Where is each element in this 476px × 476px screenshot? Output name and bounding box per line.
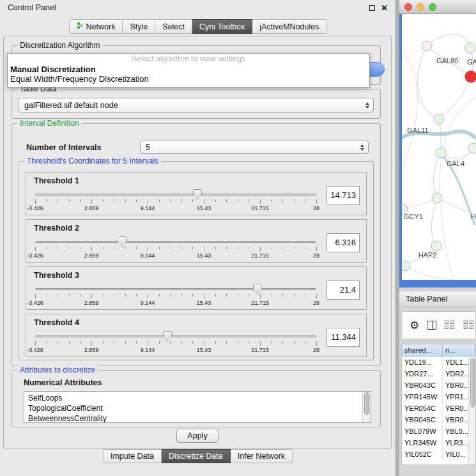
panel-title: Control Panel: [8, 3, 369, 12]
network-edge[interactable]: [405, 266, 463, 280]
table-column-header[interactable]: n...: [443, 344, 475, 356]
table-data-combo[interactable]: galFiltered.sif default node: [19, 98, 374, 112]
slider-thumb[interactable]: [163, 331, 172, 342]
network-edge[interactable]: [431, 198, 437, 246]
float-window-icon[interactable]: [369, 5, 375, 11]
slider-tick: [80, 199, 81, 202]
threshold-panel: Threshold 1-3.4262.8599.14415.4321.71528…: [26, 172, 367, 215]
close-traffic-light-icon[interactable]: [404, 3, 412, 11]
slider-tick: [316, 199, 317, 204]
scale-label: 9.144: [141, 205, 155, 211]
table-column-header[interactable]: shared...: [402, 344, 443, 356]
scale-label: 21.715: [251, 205, 269, 211]
network-node[interactable]: [436, 148, 446, 158]
slider-tick: [148, 294, 148, 298]
attribute-list-item[interactable]: SelfLoops: [28, 393, 362, 403]
close-icon[interactable]: ✕: [381, 4, 388, 12]
threshold-value-field[interactable]: 14.713: [326, 186, 360, 205]
tab-select[interactable]: Select: [155, 19, 192, 34]
listbox-scrollbar[interactable]: [362, 392, 371, 422]
attribute-list-item[interactable]: BetweennessCentrality: [28, 413, 362, 423]
threshold-slider[interactable]: -3.4262.8599.14415.4321.71528: [35, 188, 316, 215]
dropdown-option-manual-discretization[interactable]: Manual Discretization: [8, 65, 369, 74]
slider-tick: [249, 247, 249, 249]
zoom-traffic-light-icon[interactable]: [429, 3, 436, 11]
threshold-slider[interactable]: -3.4262.8599.14415.4321.71528: [35, 330, 316, 357]
slider-tick: [260, 247, 261, 251]
threshold-value-field[interactable]: 21.4: [326, 280, 360, 300]
select-columns-icon[interactable]: ☑☑ ☑☑: [444, 320, 456, 330]
thresholds-group: Threshold's Coordinates for 5 Intervals …: [19, 161, 374, 360]
slider-tick: [91, 341, 92, 346]
attribute-list-item[interactable]: TopologicalCoefficient: [28, 403, 362, 413]
gear-icon[interactable]: ⚙: [410, 320, 419, 331]
network-node[interactable]: [434, 114, 444, 124]
minimize-traffic-light-icon[interactable]: [417, 3, 424, 11]
network-node[interactable]: [422, 41, 432, 51]
network-node[interactable]: [465, 43, 475, 53]
network-node[interactable]: [402, 261, 410, 271]
table-header-row: shared...n...: [402, 344, 475, 357]
network-node[interactable]: [432, 193, 442, 203]
table-row[interactable]: YLR345WYLR3...: [402, 437, 475, 449]
network-canvas[interactable]: GAL80GAGAL11GAL4GCY1HHAP2: [402, 14, 476, 280]
threshold-slider[interactable]: -3.4262.8599.14415.4321.71528: [35, 235, 316, 262]
slider-tick: [305, 294, 305, 296]
slider-tick: [170, 199, 171, 202]
table-cell: YBR045C: [402, 414, 443, 426]
slider-tick: [58, 294, 58, 296]
columns-icon[interactable]: [427, 321, 436, 330]
table-cell: YIL052C: [402, 449, 443, 460]
slider-tick: [282, 341, 283, 344]
scale-label: 15.43: [197, 347, 211, 353]
table-data-group: Table Data galFiltered.sif default node: [12, 89, 381, 119]
table-row[interactable]: YPR145WYPR1...: [402, 391, 475, 403]
tab-style[interactable]: Style: [123, 19, 155, 34]
slider-thumb[interactable]: [118, 236, 127, 247]
slider-tick: [125, 294, 126, 296]
slider-tick: [91, 199, 92, 204]
slider-tick: [192, 247, 193, 249]
table-panel-header: Table Panel: [399, 291, 476, 307]
network-edge[interactable]: [439, 77, 471, 119]
slider-thumb[interactable]: [193, 189, 202, 200]
tab-infer-network[interactable]: Infer Network: [231, 449, 293, 463]
slider-tick: [192, 199, 193, 202]
network-node[interactable]: [431, 241, 441, 251]
apply-button[interactable]: Apply: [176, 429, 219, 443]
tab-network[interactable]: Network: [69, 19, 123, 34]
table-row[interactable]: YBL079WYBL0...: [402, 426, 475, 437]
scale-label: 9.144: [141, 252, 155, 259]
network-edge[interactable]: [427, 34, 470, 48]
threshold-slider[interactable]: -3.4262.8599.14415.4321.71528: [35, 282, 316, 309]
scale-label: 15.43: [197, 300, 211, 306]
slider-tick: [170, 341, 171, 344]
network-node[interactable]: [468, 143, 476, 153]
slider-tick: [181, 247, 182, 249]
tab-jactivemnodules[interactable]: jActiveMNodules: [252, 19, 326, 34]
threshold-value-field[interactable]: 6.316: [326, 233, 360, 252]
tab-cyni-toolbox[interactable]: Cyni Toolbox: [192, 19, 252, 34]
scale-label: 28: [313, 205, 319, 211]
network-window-titlebar: [399, 0, 476, 14]
table-row[interactable]: YIL052CYIL0...: [402, 449, 475, 460]
threshold-value-field[interactable]: 11.344: [326, 328, 360, 347]
filter-columns-icon[interactable]: ☑☑ ☑☑: [463, 320, 475, 330]
threshold-panel: Threshold 4-3.4262.8599.14415.4321.71528…: [26, 314, 367, 357]
table-row[interactable]: YDR27...YDR2...: [402, 368, 475, 380]
slider-thumb[interactable]: [253, 284, 262, 295]
dropdown-option-equal-width-frequency-discretization[interactable]: Equal Width/Frequency Discretization: [8, 74, 369, 84]
table-row[interactable]: YDL19...YDL1...: [402, 357, 475, 368]
slider-tick: [226, 247, 227, 249]
tab-impute-data[interactable]: Impute Data: [103, 449, 162, 463]
network-node[interactable]: [465, 71, 476, 82]
network-edge[interactable]: [440, 97, 476, 280]
num-intervals-combo[interactable]: 5: [140, 141, 369, 154]
table-scrollbar[interactable]: [468, 357, 475, 464]
table-row[interactable]: YBR043CYBR0...: [402, 380, 475, 391]
slider-tick: [204, 247, 204, 251]
table-row[interactable]: YBR045CYBR0...: [402, 414, 475, 426]
network-edge[interactable]: [402, 52, 417, 169]
table-row[interactable]: YER054CYER0...: [402, 403, 475, 414]
tab-discretize-data[interactable]: Discretize Data: [162, 449, 231, 463]
